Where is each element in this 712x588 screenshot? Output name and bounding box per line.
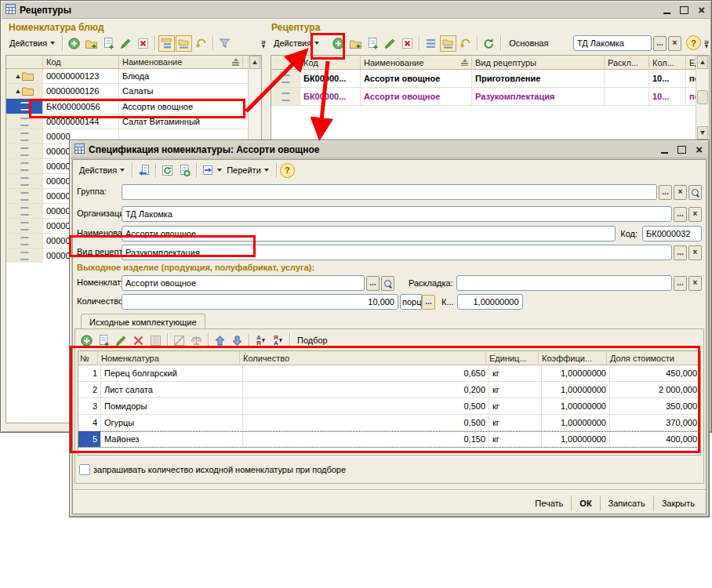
table-row[interactable]: 2 Лист салата 0,200 кг 1,00000000 2 000,… — [78, 382, 700, 398]
go-link-icon[interactable] — [200, 162, 216, 179]
group-input[interactable] — [122, 184, 657, 200]
table-row[interactable]: 00000000126 Салаты — [6, 84, 261, 99]
end-edit-icon[interactable] — [147, 332, 164, 349]
table-row-selected[interactable]: БК000000056 Ассорти овощное — [6, 99, 261, 114]
group-mode-toggle[interactable] — [440, 35, 456, 52]
header-kind[interactable]: Вид рецептуры — [472, 56, 605, 70]
toolbar-overflow-button[interactable]: » — [261, 38, 266, 49]
help-icon[interactable]: ? — [686, 35, 701, 50]
close-button[interactable]: Закрыть — [654, 495, 703, 511]
header-code[interactable]: Код — [43, 56, 119, 69]
restore-position-button[interactable] — [193, 35, 209, 52]
coefficient-input[interactable]: 1,00000000 — [457, 294, 523, 310]
restore-position-button[interactable] — [457, 35, 474, 52]
filter-button[interactable] — [216, 35, 233, 52]
ellipsis-button[interactable]: ... — [674, 207, 687, 222]
table-row-selected[interactable]: 5 Майонез 0,150 кг 1,00000000 400,000 — [78, 431, 700, 448]
table-row[interactable]: 4 Огурцы 0,500 кг 1,00000000 370,000 — [78, 415, 700, 431]
close-icon[interactable]: × — [696, 146, 703, 154]
open-button[interactable] — [381, 276, 394, 291]
help-icon[interactable]: ? — [280, 163, 295, 178]
refresh-button[interactable] — [481, 35, 497, 52]
delete-button[interactable] — [399, 35, 416, 52]
dropdown-icon[interactable] — [217, 169, 222, 172]
ellipsis-button[interactable]: ... — [659, 185, 672, 200]
quantity-input[interactable]: 10,000 — [122, 294, 398, 310]
dialog-titlebar[interactable]: Спецификация номенклатуры: Ассорти овощн… — [71, 141, 708, 158]
table-row[interactable]: БК00000... Ассорти овощное Разукомплекта… — [271, 88, 709, 106]
move-down-button[interactable] — [229, 332, 245, 349]
minimize-icon[interactable] — [661, 145, 668, 154]
header-qty[interactable]: Кол... — [649, 56, 686, 70]
clear-button[interactable]: × — [688, 245, 702, 260]
add-group-button[interactable] — [83, 35, 100, 52]
copy-icon[interactable] — [176, 162, 193, 179]
goto-menu-button[interactable]: Перейти — [223, 162, 273, 179]
open-button[interactable] — [688, 185, 702, 200]
hierarchy-view-toggle[interactable] — [158, 35, 175, 52]
recipes-titlebar[interactable]: Рецептуры × — [2, 2, 710, 19]
unit-input[interactable]: порц — [400, 294, 422, 310]
weighing-icon[interactable] — [188, 332, 205, 349]
clear-button[interactable]: × — [674, 185, 687, 200]
ask-quantity-checkbox[interactable] — [79, 464, 90, 475]
pick-button[interactable]: Подбор — [293, 332, 332, 349]
copy-button[interactable] — [100, 35, 117, 52]
delete-row-button[interactable] — [130, 332, 147, 349]
ok-button[interactable]: ОК — [572, 495, 600, 511]
clear-button[interactable]: × — [668, 36, 681, 51]
view-selector-label[interactable]: Основная — [509, 38, 548, 48]
header-name[interactable]: Номенклатура — [98, 351, 240, 365]
name-input[interactable]: Ассорти овощное — [122, 226, 616, 241]
actions-menu-button[interactable]: Действия — [270, 34, 323, 52]
layout-input[interactable] — [456, 275, 672, 291]
recipe-kind-input[interactable]: Разукомплектация — [122, 245, 672, 260]
minimize-icon[interactable] — [663, 5, 670, 14]
table-row[interactable]: 00000000144 Салат Витаминный — [6, 114, 261, 129]
add-group-button[interactable] — [347, 35, 364, 52]
scroll-up-icon[interactable] — [249, 56, 260, 69]
table-row[interactable]: 00000000123 Блюда — [6, 69, 261, 84]
header-qty[interactable]: Количество — [240, 351, 486, 365]
ellipsis-button[interactable]: ... — [366, 276, 380, 291]
header-coef[interactable]: Коэффици... — [539, 351, 607, 365]
edit-row-button[interactable] — [113, 332, 129, 349]
toolbar-overflow-button[interactable]: » — [704, 38, 709, 49]
sort-ascending-icon[interactable]: АЯ — [252, 332, 269, 349]
ellipsis-button[interactable]: ... — [653, 36, 667, 51]
list-view-toggle[interactable] — [176, 35, 192, 52]
list-mode-toggle[interactable] — [423, 35, 439, 52]
ellipsis-button[interactable]: ... — [674, 245, 687, 260]
header-share[interactable]: Доля стоимости — [607, 351, 700, 365]
copy-button[interactable] — [365, 35, 381, 52]
scroll-down-icon[interactable] — [697, 126, 708, 140]
scroll-up-icon[interactable] — [697, 56, 708, 69]
close-icon[interactable]: × — [698, 6, 705, 14]
header-marker-cell[interactable] — [6, 56, 43, 69]
add-row-button[interactable] — [78, 332, 95, 349]
maximize-icon[interactable] — [680, 6, 688, 14]
header-marker-cell[interactable] — [271, 56, 300, 70]
header-unit[interactable]: Единиц... — [486, 351, 539, 365]
header-code[interactable]: Код — [300, 56, 361, 70]
header-name[interactable]: Наименование — [361, 56, 472, 70]
organization-filter-input[interactable]: ТД Лакомка — [573, 35, 652, 51]
header-num[interactable]: № — [78, 351, 98, 365]
strike-row-icon[interactable] — [171, 332, 187, 349]
actions-menu-button[interactable]: Действия — [5, 34, 59, 52]
clear-button[interactable]: × — [688, 276, 702, 291]
reread-icon[interactable] — [159, 162, 176, 179]
table-row[interactable]: 3 Помидоры 0,500 кг 1,00000000 350,000 — [78, 398, 700, 415]
header-name[interactable]: Наименование — [119, 56, 243, 69]
actions-menu-button[interactable]: Действия — [75, 162, 129, 179]
organization-input[interactable]: ТД Лакомка — [122, 206, 672, 222]
edit-button[interactable] — [382, 35, 398, 52]
delete-button[interactable] — [135, 35, 151, 52]
scroll-thumb[interactable] — [697, 90, 708, 104]
add-recipe-button[interactable] — [330, 35, 347, 52]
ellipsis-button[interactable]: ... — [674, 276, 687, 291]
copy-row-button[interactable] — [96, 332, 112, 349]
code-input[interactable]: БК0000032 — [642, 226, 702, 241]
recipes-table-scrollbar[interactable] — [696, 56, 709, 140]
sort-descending-icon[interactable]: ЯА — [270, 332, 286, 349]
